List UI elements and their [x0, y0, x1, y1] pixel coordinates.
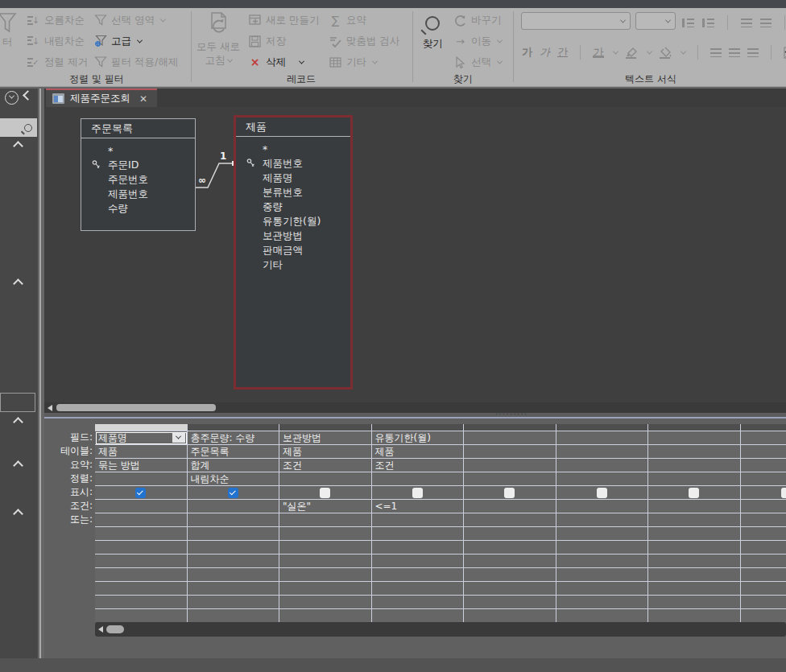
font-name-combo[interactable] — [521, 12, 631, 30]
table-title[interactable]: 제품 — [236, 117, 350, 137]
column-selector[interactable] — [464, 424, 556, 431]
grid-cell-total[interactable]: 합계 — [188, 459, 280, 472]
nav-section-collapse-icon[interactable] — [13, 509, 23, 519]
table-box-orders[interactable]: 주문목록 * 주문ID 주문번호 제품번호 수량 — [81, 118, 196, 231]
grid-cell-empty[interactable] — [372, 527, 465, 541]
grid-cell-total[interactable] — [556, 459, 649, 472]
grid-cell-show[interactable] — [464, 486, 556, 500]
grid-cell-empty[interactable] — [464, 527, 556, 541]
align-left-icon[interactable] — [710, 48, 722, 57]
pane-splitter[interactable]: ········· — [44, 413, 786, 418]
grid-cell-empty[interactable] — [741, 555, 786, 568]
grid-cell-empty[interactable] — [741, 568, 786, 582]
grid-cell-empty[interactable] — [188, 541, 280, 555]
grid-cell-empty[interactable] — [188, 582, 280, 596]
nav-collapse-icon[interactable] — [23, 90, 33, 101]
grid-cell-empty[interactable] — [95, 541, 188, 555]
grid-cell-sort[interactable] — [95, 472, 188, 486]
grid-cell-empty[interactable] — [188, 527, 280, 541]
replace-button[interactable]: 바꾸기 — [453, 13, 502, 27]
select-button[interactable]: 선택 — [453, 55, 502, 69]
grid-cell-empty[interactable] — [556, 541, 649, 555]
grid-cell-table[interactable]: 제품 — [372, 445, 465, 459]
grid-cell-empty[interactable] — [464, 596, 556, 609]
grid-cell-total[interactable] — [464, 459, 556, 472]
grid-cell-or[interactable] — [741, 513, 786, 527]
grid-cell-or[interactable] — [464, 513, 556, 527]
grid-cell-field[interactable] — [648, 431, 741, 445]
grid-cell-or[interactable] — [188, 513, 280, 527]
grid-cell-sort[interactable] — [372, 472, 465, 486]
grid-cell-show[interactable] — [372, 486, 465, 500]
show-checkbox[interactable] — [320, 488, 330, 498]
grid-cell-field[interactable]: 총주문량: 수량 — [188, 431, 280, 445]
grid-cell-show[interactable] — [188, 486, 280, 500]
column-selector[interactable] — [372, 424, 465, 431]
grid-cell-empty[interactable] — [648, 596, 741, 609]
grid-cell-empty[interactable] — [279, 582, 372, 596]
table-field[interactable]: 주문번호 — [81, 172, 195, 187]
grid-cell-empty[interactable] — [741, 609, 786, 622]
grid-cell-field[interactable] — [556, 431, 649, 445]
table-field[interactable]: 유통기한(월) — [236, 214, 350, 229]
table-box-products[interactable]: 제품 * 제품번호 제품명 분류번호 중량 유통기한(월) 보관방법 판매금액 … — [234, 115, 353, 390]
numbering-icon[interactable] — [702, 19, 714, 27]
grid-cell-empty[interactable] — [556, 568, 649, 582]
grid-cell-empty[interactable] — [372, 582, 465, 596]
table-field[interactable]: 중량 — [236, 200, 350, 214]
grid-cell-empty[interactable] — [95, 555, 188, 568]
advanced-filter-button[interactable]: 고급 — [93, 34, 178, 48]
column-selector[interactable] — [188, 424, 280, 431]
spelling-button[interactable]: 맞춤법 검사 — [329, 34, 399, 48]
grid-cell-empty[interactable] — [556, 609, 649, 622]
show-checkbox[interactable] — [597, 488, 607, 498]
column-selector[interactable] — [648, 424, 741, 431]
grid-cell-criteria[interactable] — [188, 500, 280, 513]
grid-cell-empty[interactable] — [95, 609, 188, 622]
column-selector[interactable] — [556, 424, 649, 431]
grid-cell-empty[interactable] — [188, 596, 280, 609]
grid-cell-empty[interactable] — [279, 527, 372, 541]
grid-cell-criteria[interactable] — [741, 500, 786, 513]
grid-cell-criteria[interactable]: "실온" — [279, 500, 372, 513]
highlight-color-button[interactable] — [625, 47, 638, 59]
grid-cell-sort[interactable] — [464, 472, 556, 486]
grid-cell-table[interactable] — [741, 445, 786, 459]
fill-color-button[interactable] — [659, 47, 672, 59]
table-field[interactable]: * — [81, 143, 195, 158]
grid-cell-criteria[interactable] — [464, 500, 556, 513]
table-field[interactable]: 보관방법 — [236, 229, 350, 243]
grid-cell-field[interactable] — [741, 431, 786, 445]
grid-cell-empty[interactable] — [648, 568, 741, 582]
grid-cell-field[interactable]: 제품명 — [95, 431, 188, 445]
grid-cell-empty[interactable] — [741, 596, 786, 609]
toggle-filter-button[interactable]: 필터 적용/해제 — [93, 55, 178, 69]
table-field[interactable]: 제품명 — [236, 171, 350, 185]
table-field[interactable]: 판매금액 — [236, 243, 350, 258]
grid-hscrollbar[interactable] — [95, 622, 786, 637]
grid-cell-empty[interactable] — [95, 568, 188, 582]
scrollbar-thumb[interactable] — [56, 404, 216, 411]
grid-cell-empty[interactable] — [95, 582, 188, 596]
nav-separator[interactable] — [39, 89, 41, 658]
grid-cell-field[interactable]: 유통기한(월) — [372, 431, 465, 445]
show-checkbox[interactable] — [412, 488, 423, 498]
grid-cell-empty[interactable] — [464, 555, 556, 568]
table-title[interactable]: 주문목록 — [81, 119, 195, 138]
remove-sort-button[interactable]: ✓ 정렬 제거 — [27, 55, 88, 69]
refresh-all-button[interactable]: 모두 새로 고침 — [196, 11, 241, 68]
bold-button[interactable]: 가 — [522, 45, 532, 60]
grid-cell-empty[interactable] — [556, 596, 649, 609]
show-checkbox[interactable] — [504, 488, 515, 498]
grid-cell-empty[interactable] — [556, 582, 649, 596]
table-field[interactable]: 분류번호 — [236, 185, 350, 200]
grid-cell-criteria[interactable] — [648, 500, 741, 513]
new-record-button[interactable]: 새로 만들기 — [248, 13, 319, 27]
table-field[interactable]: 기타 — [236, 258, 350, 272]
underline-button[interactable]: 간 — [557, 45, 568, 60]
column-selector[interactable] — [279, 424, 372, 431]
delete-record-button[interactable]: × 삭제 — [248, 55, 319, 69]
table-field[interactable]: 수량 — [81, 201, 195, 216]
nav-item-placeholder[interactable] — [0, 393, 35, 412]
grid-cell-empty[interactable] — [648, 609, 741, 622]
